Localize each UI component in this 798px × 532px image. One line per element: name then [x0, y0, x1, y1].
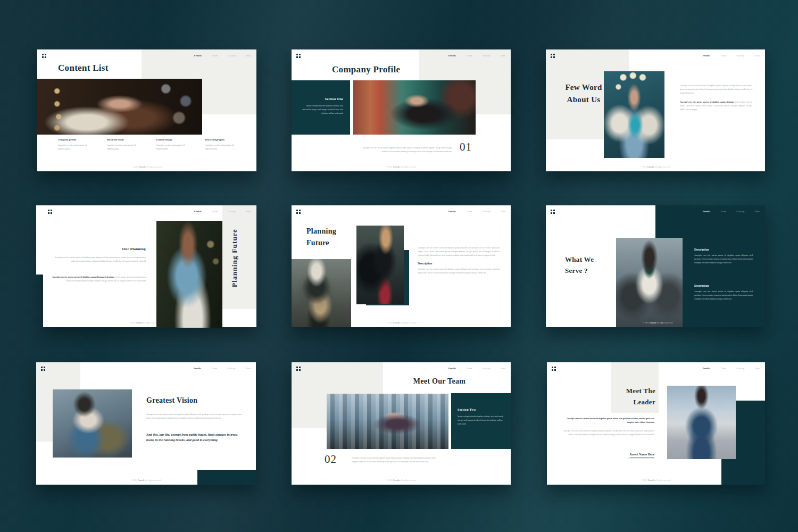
photo-woman-on-couch: [353, 80, 476, 135]
nav-item-team[interactable]: Team: [211, 367, 217, 370]
nav-item-team[interactable]: Team: [212, 210, 218, 213]
nav-item-data[interactable]: Data: [755, 54, 760, 57]
slide-what-we-serve[interactable]: Profile Team Gallery Data What We Serve …: [546, 205, 765, 327]
grid-logo-icon: [296, 210, 301, 214]
section-label: Section One: [298, 97, 343, 101]
nav-item-profile[interactable]: Profile: [194, 367, 202, 370]
section-one-box: Section One Ipsum volutpat tincidnt dapi…: [292, 80, 350, 135]
grid-logo-icon: [551, 54, 555, 58]
slide-company-profile[interactable]: Profile Team Gallery Data Company Profil…: [292, 49, 511, 171]
slide-footer: © 2021 Fauxde all rights reserved: [547, 479, 765, 481]
slide-title: Greatest Vision: [146, 396, 197, 405]
nav-item-profile[interactable]: Profile: [194, 210, 202, 213]
slide-footer: © 2021 Fauxde all rights reserved: [37, 166, 256, 168]
slide-greatest-vision[interactable]: Profile Team Gallery Data Greatest Visio…: [36, 362, 256, 485]
section-heading: Our Planning: [52, 247, 146, 251]
slide-nav: Profile Team Gallery Data: [448, 54, 505, 57]
description-block-2: Description Auscipit eros iste metus auc…: [694, 284, 753, 301]
slide-title: Content List: [58, 63, 109, 73]
nav-item-profile[interactable]: Profile: [703, 210, 711, 213]
nav-item-data[interactable]: Data: [501, 367, 505, 370]
nav-item-gallery[interactable]: Gallery: [482, 54, 490, 57]
slide-nav: Profile Team Gallery Data: [703, 367, 760, 370]
slide-paragraph: Auscipit eros iste metus auctor dapibus …: [361, 146, 452, 153]
content-columns: company profile Auscipit eros iste metus…: [58, 138, 250, 151]
nav-item-gallery[interactable]: Gallery: [228, 54, 236, 57]
nav-item-data[interactable]: Data: [246, 367, 251, 370]
slide-footer: © 2021 Fauxde all rights reserved: [594, 322, 721, 324]
nav-item-team[interactable]: Team: [720, 367, 726, 370]
slide-planning-future[interactable]: Profile Team Gallery Data Planning Futur…: [292, 205, 511, 327]
slide-title: What We Serve ?: [565, 254, 594, 277]
nav-item-data[interactable]: Data: [501, 210, 505, 213]
name-caption: Auscipit eros iste metus auctor idas: [562, 457, 654, 459]
content-column: Gallery Image Auscipit eros iste metus a…: [156, 138, 201, 151]
nav-item-profile[interactable]: Profile: [448, 54, 456, 57]
content-column: Data Infographic Auscipit eros iste metu…: [205, 138, 250, 151]
nav-item-team[interactable]: Team: [720, 210, 726, 213]
column-text: Auscipit eros iste metus auctor id dapib…: [107, 143, 138, 151]
column-heading: Data Infographic: [205, 138, 250, 141]
description-text: Auscipit eros iste metus auctor id dapib…: [418, 267, 500, 275]
nav-item-profile[interactable]: Profile: [703, 367, 711, 370]
nav-item-team[interactable]: Team: [466, 54, 472, 57]
description-text: Auscipit eros iste metus auctor id dapib…: [694, 253, 753, 264]
grid-logo-icon: [552, 367, 556, 371]
slide-few-word-about-us[interactable]: Profile Team Gallery Data Few Word About…: [546, 49, 765, 171]
slide-meet-our-team[interactable]: Profile Team Gallery Data Meet Our Team …: [292, 362, 511, 485]
nav-item-data[interactable]: Data: [755, 210, 760, 213]
photo-woman-with-dog: [37, 79, 202, 135]
slide-footer: © 2021 Fauxde all rights reserved: [292, 322, 511, 324]
paragraph-2: Auscipit eros iste metus auctor id dapib…: [680, 100, 752, 111]
grid-logo-icon: [41, 367, 45, 371]
nav-item-gallery[interactable]: Gallery: [482, 210, 490, 213]
slide-nav: Profile Team Gallery Data: [194, 210, 251, 213]
nav-item-gallery[interactable]: Gallery: [736, 54, 744, 57]
nav-item-data[interactable]: Data: [755, 367, 760, 370]
nav-item-data[interactable]: Data: [501, 54, 505, 57]
section-text: Ipsum volutpat tincidnt dapibus tristiqu…: [458, 415, 504, 426]
slide-title: Meet Our Team: [386, 377, 493, 386]
column-heading: Gallery Image: [156, 138, 201, 141]
slide-number: 02: [325, 453, 337, 466]
nav-item-profile[interactable]: Profile: [448, 367, 456, 370]
section-text: Ipsum volutpat tincidnt dapibus tristiqu…: [298, 104, 343, 115]
slide-content-list[interactable]: Profile Team Gallery Data Content List c…: [37, 49, 256, 171]
nav-item-team[interactable]: Team: [212, 54, 218, 57]
nav-item-profile[interactable]: Profile: [448, 210, 456, 213]
slide-our-planning[interactable]: Planning Future Profile Team Gallery Dat…: [37, 205, 256, 327]
photo-woman-city-steps: [327, 394, 448, 449]
nav-item-gallery[interactable]: Gallery: [736, 210, 744, 213]
nav-item-profile[interactable]: Profile: [194, 54, 202, 57]
slide-meet-the-leader[interactable]: Profile Team Gallery Data Meet The Leade…: [547, 362, 765, 485]
slide-title: Planning Future: [306, 226, 336, 248]
nav-item-gallery[interactable]: Gallery: [482, 367, 490, 370]
nav-item-gallery[interactable]: Gallery: [736, 367, 744, 370]
nav-item-team[interactable]: Team: [466, 367, 472, 370]
nav-item-gallery[interactable]: Gallery: [227, 367, 235, 370]
teal-corner-block: [197, 470, 256, 485]
slides-gallery-canvas: Profile Team Gallery Data Content List c…: [0, 0, 798, 532]
slide-title: Company Profile: [332, 64, 400, 75]
column-text: Auscipit eros iste metus auctor id dapib…: [205, 143, 236, 151]
nav-item-team[interactable]: Team: [720, 54, 726, 57]
text-block: Auscipit eros iste metus auctor id dapib…: [418, 246, 500, 275]
nav-item-team[interactable]: Team: [466, 210, 472, 213]
paragraph-2: Auscipit eros iste metus auctor id dapib…: [52, 275, 146, 282]
slide-nav: Profile Team Gallery Data: [703, 54, 760, 57]
nav-item-data[interactable]: Data: [246, 210, 251, 213]
photo-street-fashion: [616, 238, 683, 327]
photo-woman-sitting-road: [292, 259, 351, 327]
grid-logo-icon: [296, 367, 301, 371]
paragraph: Auscipit eros iste metus auctor id dapib…: [418, 246, 500, 257]
description-label: Description: [418, 262, 500, 265]
vertical-title: Planning Future: [230, 210, 239, 306]
gray-side-strip: [222, 205, 256, 309]
nav-item-gallery[interactable]: Gallery: [228, 210, 236, 213]
photo-woman-denim-shirt: [156, 221, 222, 328]
nav-item-profile[interactable]: Profile: [703, 54, 711, 57]
nav-item-data[interactable]: Data: [246, 54, 251, 57]
paragraph-1: Auscipit eros iste metus auctor id dapib…: [680, 84, 752, 95]
description-label: Description: [694, 248, 753, 251]
column-heading: Meet our team: [107, 138, 152, 141]
